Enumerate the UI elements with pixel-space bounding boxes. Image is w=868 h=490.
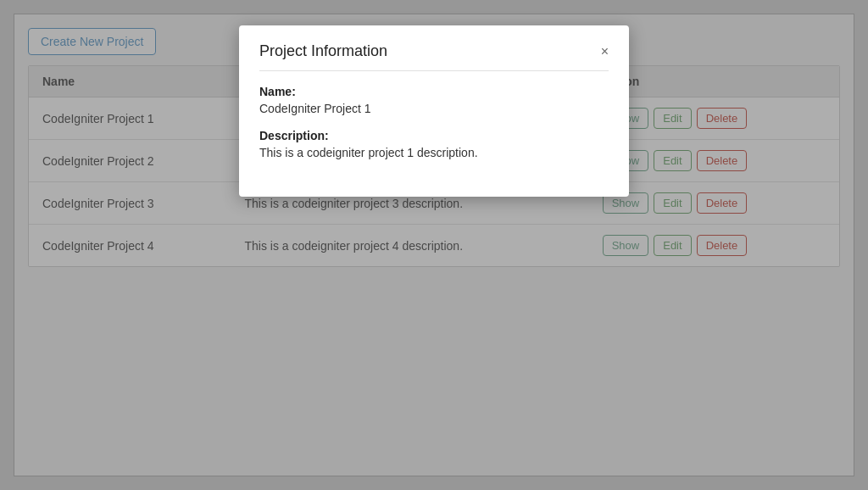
modal-title: Project Information <box>259 42 387 60</box>
modal-description-label: Description: <box>259 129 609 142</box>
page-wrapper: Create New Project Name Description Acti… <box>0 0 868 490</box>
modal-header: Project Information × <box>259 42 609 71</box>
modal-close-button[interactable]: × <box>601 45 609 58</box>
project-info-modal: Project Information × Name: CodeIgniter … <box>239 25 629 197</box>
modal-body: Name: CodeIgniter Project 1 Description:… <box>259 85 609 159</box>
modal-overlay: Project Information × Name: CodeIgniter … <box>0 0 868 490</box>
modal-description-value: This is a codeigniter project 1 descript… <box>259 146 609 159</box>
modal-name-value: CodeIgniter Project 1 <box>259 102 609 115</box>
modal-name-label: Name: <box>259 85 609 98</box>
